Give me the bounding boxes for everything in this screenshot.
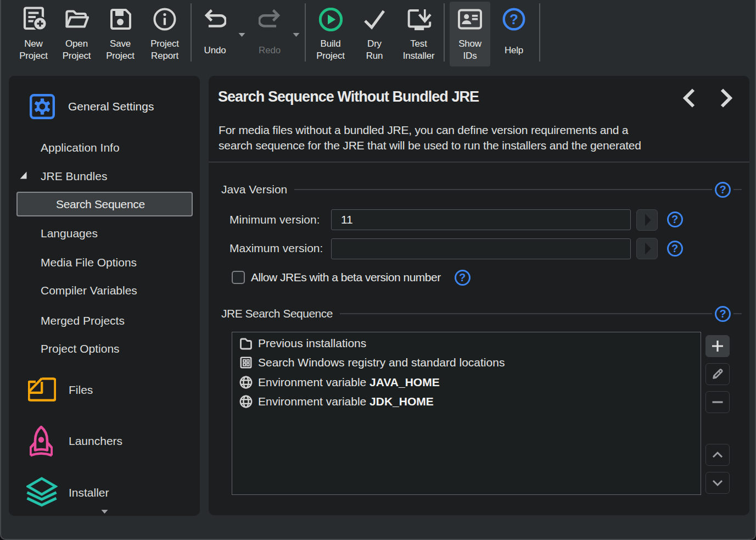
svg-text:?: ? (509, 11, 518, 27)
